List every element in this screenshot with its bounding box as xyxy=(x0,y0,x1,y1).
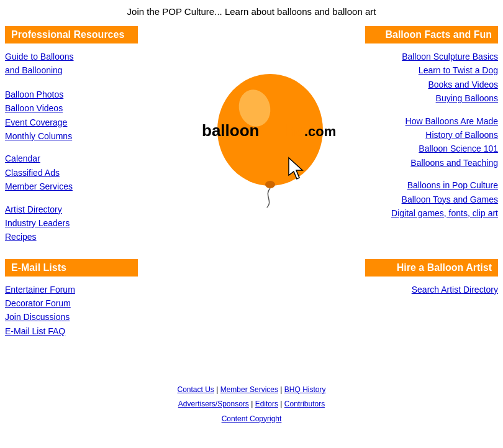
email-lists-header: E-Mail Lists xyxy=(5,259,138,277)
footer-links-row1: Contact Us | Member Services | BHQ Histo… xyxy=(0,384,503,396)
entertainer-forum-link[interactable]: Entertainer Forum xyxy=(5,283,138,296)
books-videos-link[interactable]: Books and Videos xyxy=(365,78,498,91)
balloon-photos-link[interactable]: Balloon Photos xyxy=(5,88,138,101)
digital-games-link[interactable]: Digital games, fonts, clip art xyxy=(365,206,498,220)
footer: Contact Us | Member Services | BHQ Histo… xyxy=(0,347,503,440)
guide-to-balloons-link[interactable]: Guide to Balloonsand Ballooning xyxy=(5,50,138,78)
left-group-1: Guide to Balloonsand Ballooning Balloon … xyxy=(5,50,138,143)
center-logo-area: balloon hq .com xyxy=(143,26,360,253)
balloon-facts-header: Balloon Facts and Fun xyxy=(365,26,498,43)
advertisers-sponsors-link[interactable]: Advertisers/Sponsors xyxy=(178,400,249,408)
right-column: Balloon Facts and Fun Balloon Sculpture … xyxy=(360,26,503,253)
bottom-center-spacer xyxy=(143,259,360,347)
left-group-2: Calendar Classified Ads Member Services xyxy=(5,152,138,193)
bhq-history-link[interactable]: BHQ History xyxy=(284,385,326,394)
classified-ads-link[interactable]: Classified Ads xyxy=(5,166,138,180)
industry-leaders-link[interactable]: Industry Leaders xyxy=(5,216,138,230)
professional-resources-header: Professional Resources xyxy=(5,26,138,43)
hire-balloon-artist-header: Hire a Balloon Artist xyxy=(365,259,498,277)
editors-link[interactable]: Editors xyxy=(255,400,278,408)
balloon-illustration: balloon hq .com xyxy=(165,71,338,208)
learn-twist-dog-link[interactable]: Learn to Twist a Dog xyxy=(365,63,498,77)
bottom-sections: E-Mail Lists Entertainer Forum Decorator… xyxy=(0,259,503,347)
artist-directory-link[interactable]: Artist Directory xyxy=(5,203,138,216)
contact-us-link[interactable]: Contact Us xyxy=(178,385,214,394)
svg-text:hq: hq xyxy=(286,121,306,140)
calendar-link[interactable]: Calendar xyxy=(5,152,138,165)
content-copyright-link[interactable]: Content Copyright xyxy=(222,414,282,423)
monthly-columns-link[interactable]: Monthly Columns xyxy=(5,129,138,143)
right-group-1: Balloon Sculpture Basics Learn to Twist … xyxy=(365,50,498,106)
how-balloons-made-link[interactable]: How Balloons Are Made xyxy=(365,114,498,128)
balloons-pop-culture-link[interactable]: Balloons in Pop Culture xyxy=(365,178,498,192)
left-column: Professional Resources Guide to Balloons… xyxy=(0,26,143,253)
footer-links-row3: Content Copyright xyxy=(0,413,503,425)
history-balloons-link[interactable]: History of Balloons xyxy=(365,128,498,142)
buying-balloons-link[interactable]: Buying Balloons xyxy=(365,91,498,105)
join-discussions-link[interactable]: Join Discussions xyxy=(5,310,138,324)
email-list-faq-link[interactable]: E-Mail List FAQ xyxy=(5,324,138,338)
tagline: Join the POP Culture... Learn about ball… xyxy=(0,0,503,26)
search-artist-directory-link[interactable]: Search Artist Directory xyxy=(365,283,498,296)
left-group-3: Artist Directory Industry Leaders Recipe… xyxy=(5,203,138,244)
event-coverage-link[interactable]: Event Coverage xyxy=(5,116,138,129)
right-group-3: Balloons in Pop Culture Balloon Toys and… xyxy=(365,178,498,220)
email-lists-section: E-Mail Lists Entertainer Forum Decorator… xyxy=(0,259,143,347)
balloon-toys-games-link[interactable]: Balloon Toys and Games xyxy=(365,193,498,206)
member-services-link[interactable]: Member Services xyxy=(5,180,138,193)
balloon-videos-link[interactable]: Balloon Videos xyxy=(5,101,138,115)
recipes-link[interactable]: Recipes xyxy=(5,230,138,244)
decorator-forum-link[interactable]: Decorator Forum xyxy=(5,296,138,310)
svg-text:.com: .com xyxy=(304,124,336,139)
footer-member-services-link[interactable]: Member Services xyxy=(220,385,278,394)
logo-container: balloon hq .com xyxy=(165,71,338,208)
contributors-link[interactable]: Contributors xyxy=(284,400,325,408)
right-group-2: How Balloons Are Made History of Balloon… xyxy=(365,114,498,170)
email-links-group: Entertainer Forum Decorator Forum Join D… xyxy=(5,283,138,339)
hire-links-group: Search Artist Directory xyxy=(365,283,498,296)
footer-links-row2: Advertisers/Sponsors | Editors | Contrib… xyxy=(0,398,503,410)
svg-point-2 xyxy=(265,181,275,188)
balloons-teaching-link[interactable]: Balloons and Teaching xyxy=(365,156,498,170)
svg-text:balloon: balloon xyxy=(202,121,259,140)
balloon-sculpture-basics-link[interactable]: Balloon Sculpture Basics xyxy=(365,50,498,63)
balloon-science-link[interactable]: Balloon Science 101 xyxy=(365,142,498,155)
hire-balloon-artist-section: Hire a Balloon Artist Search Artist Dire… xyxy=(360,259,503,347)
